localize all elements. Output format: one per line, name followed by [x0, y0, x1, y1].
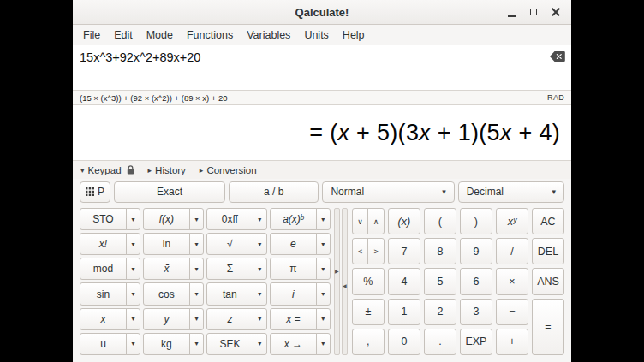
key-exponent[interactable]: EXP: [460, 329, 492, 355]
key-e[interactable]: e: [270, 233, 317, 255]
key-var-x-dropdown[interactable]: ▾: [126, 308, 140, 330]
key-less-than[interactable]: <: [352, 238, 369, 264]
key-mod-dropdown[interactable]: ▾: [126, 258, 140, 280]
display-mode-dropdown[interactable]: Normal ▾: [322, 181, 454, 203]
key-digit-0[interactable]: 0: [388, 329, 420, 355]
menu-item-file[interactable]: File: [76, 26, 107, 45]
key-logical-and[interactable]: ∧: [367, 208, 385, 234]
key-digit-3[interactable]: 3: [460, 299, 492, 325]
clear-expression-button[interactable]: [550, 51, 565, 62]
menu-item-help[interactable]: Help: [336, 26, 372, 45]
key-tan[interactable]: tan: [206, 282, 253, 305]
key-equals[interactable]: =: [532, 299, 564, 355]
key-answer[interactable]: ANS: [532, 268, 564, 294]
key-convert[interactable]: x →: [270, 333, 317, 355]
key-ln[interactable]: ln: [143, 233, 190, 255]
key-sin-dropdown[interactable]: ▾: [126, 282, 140, 305]
key-comma[interactable]: ,: [352, 329, 385, 355]
menu-item-functions[interactable]: Functions: [180, 26, 240, 45]
key-smart-parentheses[interactable]: (x): [388, 208, 420, 234]
key-hex[interactable]: 0xff: [206, 208, 253, 230]
close-button[interactable]: [548, 4, 564, 20]
key-unit-kg[interactable]: kg: [143, 333, 190, 355]
conversion-expander[interactable]: ▸ Conversion: [200, 165, 257, 175]
key-power-function-dropdown[interactable]: ▾: [316, 208, 331, 230]
key-power-function[interactable]: a(x)ᵇ: [270, 208, 317, 230]
key-sum-dropdown[interactable]: ▾: [253, 258, 267, 280]
title-bar[interactable]: Qalculate!: [73, 0, 571, 25]
key-currency-sek[interactable]: SEK: [206, 333, 253, 355]
key-factorial-dropdown[interactable]: ▾: [126, 233, 140, 255]
minimize-button[interactable]: [504, 4, 519, 20]
key-raise[interactable]: xʸ: [496, 208, 528, 234]
key-mean[interactable]: x̄: [143, 258, 190, 280]
key-unit-u-dropdown[interactable]: ▾: [126, 333, 140, 355]
key-digit-9[interactable]: 9: [460, 238, 492, 264]
key-e-dropdown[interactable]: ▾: [316, 233, 331, 255]
key-digit-5[interactable]: 5: [424, 268, 456, 294]
key-divide[interactable]: /: [496, 238, 528, 264]
history-expander[interactable]: ▸ History: [148, 165, 186, 175]
key-add[interactable]: +: [496, 329, 528, 355]
key-var-z[interactable]: z: [206, 308, 253, 330]
key-delete[interactable]: DEL: [532, 238, 564, 264]
key-convert-dropdown[interactable]: ▾: [316, 333, 331, 355]
key-digit-8[interactable]: 8: [424, 238, 456, 264]
number-base-dropdown[interactable]: Decimal ▾: [458, 181, 564, 203]
key-imaginary-dropdown[interactable]: ▾: [316, 282, 331, 305]
key-store-dropdown[interactable]: ▾: [126, 208, 140, 230]
key-store[interactable]: STO: [80, 208, 127, 230]
menu-item-units[interactable]: Units: [297, 26, 335, 45]
key-function-dropdown[interactable]: ▾: [189, 208, 204, 230]
exact-toggle-button[interactable]: Exact: [114, 181, 225, 203]
key-decimal-point[interactable]: .: [424, 329, 456, 355]
key-percent[interactable]: %: [352, 268, 385, 294]
keypad-expander[interactable]: ▾ Keypad: [80, 165, 134, 175]
menu-item-mode[interactable]: Mode: [140, 26, 180, 45]
key-pi[interactable]: π: [270, 258, 317, 280]
key-var-y-dropdown[interactable]: ▾: [189, 308, 204, 330]
key-multiply[interactable]: ×: [496, 268, 528, 294]
menu-item-variables[interactable]: Variables: [240, 26, 297, 45]
key-sqrt-dropdown[interactable]: ▾: [253, 233, 267, 255]
angle-mode-indicator[interactable]: RAD: [547, 93, 564, 102]
key-ln-dropdown[interactable]: ▾: [189, 233, 204, 255]
key-sum[interactable]: Σ: [206, 258, 253, 280]
key-var-z-dropdown[interactable]: ▾: [253, 308, 267, 330]
key-var-y[interactable]: y: [143, 308, 190, 330]
key-pi-dropdown[interactable]: ▾: [316, 258, 331, 280]
key-cos[interactable]: cos: [143, 282, 190, 305]
key-mean-dropdown[interactable]: ▾: [189, 258, 204, 280]
key-unit-u[interactable]: u: [80, 333, 127, 355]
expression-input[interactable]: 15x^3+92x^2+89x+20: [73, 45, 571, 90]
key-greater-than[interactable]: >: [367, 238, 385, 264]
key-digit-7[interactable]: 7: [388, 238, 420, 264]
key-digit-2[interactable]: 2: [424, 299, 456, 325]
key-solve[interactable]: x =: [270, 308, 317, 330]
key-unit-kg-dropdown[interactable]: ▾: [189, 333, 204, 355]
maximize-button[interactable]: [526, 4, 541, 20]
key-solve-dropdown[interactable]: ▾: [316, 308, 331, 330]
key-cos-dropdown[interactable]: ▾: [189, 282, 204, 305]
keypad-page-button[interactable]: P: [80, 181, 110, 203]
key-right-parenthesis[interactable]: ): [460, 208, 492, 234]
key-sin[interactable]: sin: [80, 282, 127, 305]
key-digit-6[interactable]: 6: [460, 268, 492, 294]
key-mod[interactable]: mod: [80, 258, 127, 280]
key-subtract[interactable]: −: [496, 299, 528, 325]
key-left-parenthesis[interactable]: (: [424, 208, 456, 234]
fraction-toggle-button[interactable]: a / b: [229, 181, 319, 203]
key-sqrt[interactable]: √: [206, 233, 253, 255]
key-imaginary[interactable]: i: [270, 282, 317, 305]
key-digit-4[interactable]: 4: [388, 268, 420, 294]
key-digit-1[interactable]: 1: [388, 299, 420, 325]
key-currency-sek-dropdown[interactable]: ▾: [253, 333, 267, 355]
key-factorial[interactable]: x!: [80, 233, 127, 255]
pane-handle-right[interactable]: ◀: [342, 208, 348, 355]
pane-handle-left[interactable]: ▶: [334, 208, 340, 355]
key-plus-minus[interactable]: ±: [352, 299, 385, 325]
key-tan-dropdown[interactable]: ▾: [253, 282, 267, 305]
menu-item-edit[interactable]: Edit: [107, 26, 140, 45]
key-var-x[interactable]: x: [80, 308, 127, 330]
key-clear-all[interactable]: AC: [532, 208, 564, 234]
